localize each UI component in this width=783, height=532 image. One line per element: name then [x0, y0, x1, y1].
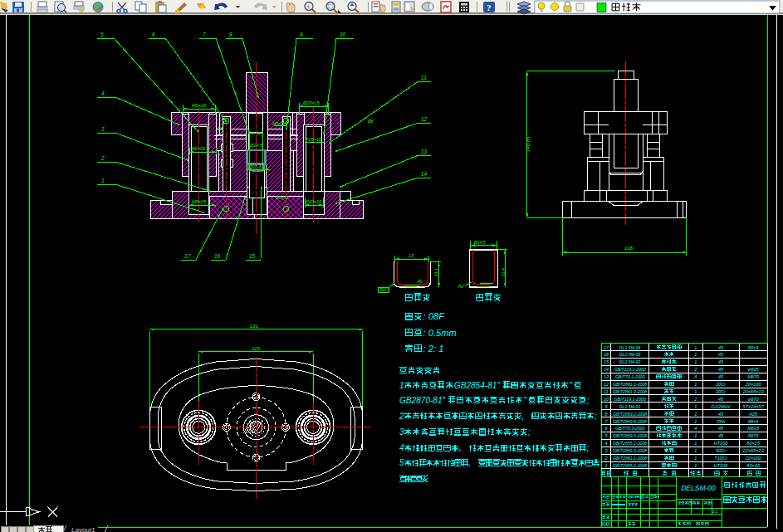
svg-text:1: 1: [694, 404, 697, 409]
svg-text:1: 1: [694, 389, 697, 394]
svg-text:ø670: ø670: [748, 397, 760, 402]
svg-text:1: 1: [694, 433, 697, 438]
svg-text:4: 4: [101, 90, 105, 96]
svg-text:17: 17: [184, 253, 191, 259]
svg-text:10: 10: [340, 32, 346, 37]
svg-text:45: 45: [718, 352, 724, 357]
svg-text:Layout1: Layout1: [71, 526, 95, 532]
svg-text:231: 231: [249, 324, 258, 329]
svg-text:GB/T2863.2-2008: GB/T2863.2-2008: [613, 412, 647, 417]
svg-text:": ": [523, 396, 526, 405]
svg-text:13: 13: [421, 149, 428, 154]
svg-text:;: ;: [587, 396, 590, 405]
svg-text:3: 3: [399, 427, 404, 437]
svg-text:3: 3: [101, 126, 105, 132]
svg-text:1: 1: [694, 345, 697, 350]
svg-text:45: 45: [718, 433, 724, 438]
svg-text:,: ,: [522, 412, 525, 421]
svg-text:140.85: 140.85: [526, 136, 531, 152]
svg-text:Cr12MoV: Cr12MoV: [711, 404, 732, 409]
svg-text:;: ;: [528, 427, 531, 437]
svg-text:16: 16: [214, 253, 221, 259]
svg-text:1: 1: [399, 381, 404, 390]
svg-text:13: 13: [409, 253, 414, 258]
svg-text:10: 10: [604, 397, 609, 402]
svg-text:A25: A25: [748, 412, 758, 417]
svg-text:": ": [569, 381, 572, 390]
svg-text:R2: R2: [458, 284, 464, 289]
svg-text:45: 45: [718, 359, 724, 364]
svg-text:22×100: 22×100: [745, 456, 762, 461]
svg-text:50Cr: 50Cr: [716, 448, 727, 453]
svg-text:8: 8: [229, 32, 232, 37]
svg-text:20×65×13: 20×65×13: [742, 389, 765, 394]
svg-text:13: 13: [604, 374, 609, 379]
svg-text:11: 11: [421, 75, 427, 81]
svg-text:M6×26: M6×26: [191, 146, 206, 151]
svg-text:4: 4: [694, 374, 697, 379]
svg-text:Ø22.6: Ø22.6: [378, 288, 389, 292]
svg-text:125: 125: [252, 346, 261, 351]
svg-text:M8×25: M8×25: [192, 199, 207, 204]
svg-text:45: 45: [718, 412, 724, 417]
svg-text:GB/T2855.1-2008: GB/T2855.1-2008: [613, 441, 647, 446]
svg-text:ø635: ø635: [748, 367, 760, 372]
svg-text:Ø20.6: Ø20.6: [248, 164, 262, 169]
svg-text:GB/T2855.2-2008: GB/T2855.2-2008: [613, 463, 647, 468]
svg-text:;: ;: [595, 412, 597, 421]
svg-text:: 08F: : 08F: [423, 311, 446, 321]
svg-text:45: 45: [718, 374, 724, 379]
svg-text:Ø6: Ø6: [367, 119, 374, 124]
svg-text:88×6: 88×6: [748, 419, 759, 424]
svg-text:15: 15: [604, 359, 609, 364]
svg-text:P25×10: P25×10: [306, 137, 322, 142]
svg-text:5: 5: [100, 32, 104, 37]
svg-text:T10Cr: T10Cr: [714, 456, 728, 461]
svg-text:GB/T2861.1-2008: GB/T2861.1-2008: [613, 456, 647, 461]
svg-text:80×6: 80×6: [748, 345, 759, 350]
svg-text:12: 12: [421, 116, 428, 122]
svg-text:1: 1: [694, 456, 697, 461]
svg-text:45: 45: [718, 397, 724, 402]
svg-text:57×24×57: 57×24×57: [743, 404, 765, 409]
svg-text:;: ;: [586, 443, 589, 452]
svg-text:.: .: [427, 475, 429, 484]
svg-text:14: 14: [421, 171, 428, 177]
svg-text:GB/T2863.5-2008: GB/T2863.5-2008: [613, 433, 647, 438]
svg-text:R2: R2: [418, 279, 423, 284]
svg-text:,: ,: [468, 458, 471, 467]
svg-text:GB/T2861.3-2008: GB/T2861.3-2008: [613, 389, 647, 394]
svg-text:M670: M670: [747, 374, 760, 379]
svg-text:11: 11: [604, 389, 609, 394]
svg-text:M6×20: M6×20: [272, 121, 286, 126]
svg-text:1: 1: [694, 382, 697, 387]
svg-text:17: 17: [604, 345, 609, 350]
svg-text:1:1: 1:1: [712, 510, 718, 514]
svg-text:DL2.5M-02: DL2.5M-02: [619, 359, 641, 364]
svg-text:,: ,: [459, 443, 462, 452]
svg-text:HT200: HT200: [714, 463, 729, 468]
svg-text:GB/T70.3-2000: GB/T70.3-2000: [615, 426, 645, 431]
svg-text:HT200: HT200: [714, 441, 729, 446]
svg-text:Ø14.5: Ø14.5: [249, 143, 263, 148]
svg-text:1: 1: [101, 178, 105, 183]
svg-text:2: 2: [100, 155, 105, 161]
svg-text:GB/T119.1-2000: GB/T119.1-2000: [614, 367, 646, 372]
svg-text:?: ?: [487, 2, 492, 12]
svg-text:8970: 8970: [748, 433, 759, 438]
svg-text:: 2: 1: : 2: 1: [423, 344, 444, 354]
svg-text:1: 1: [694, 448, 697, 453]
svg-text:Ø14.5: Ø14.5: [473, 240, 486, 245]
svg-text:20Cr: 20Cr: [715, 389, 727, 394]
svg-text:M615: M615: [747, 426, 760, 431]
svg-text:9: 9: [604, 404, 607, 409]
svg-text:7: 7: [203, 32, 206, 37]
svg-text:DELSM-00: DELSM-00: [681, 484, 716, 492]
svg-text:4: 4: [604, 441, 607, 446]
svg-text:GB/T2861.1-2008: GB/T2861.1-2008: [613, 382, 647, 387]
svg-text:M6×16: M6×16: [192, 103, 207, 108]
svg-text:±: ±: [307, 3, 311, 10]
svg-text:45: 45: [718, 426, 724, 431]
svg-text:16: 16: [604, 352, 609, 357]
svg-text:2: 2: [399, 412, 404, 421]
